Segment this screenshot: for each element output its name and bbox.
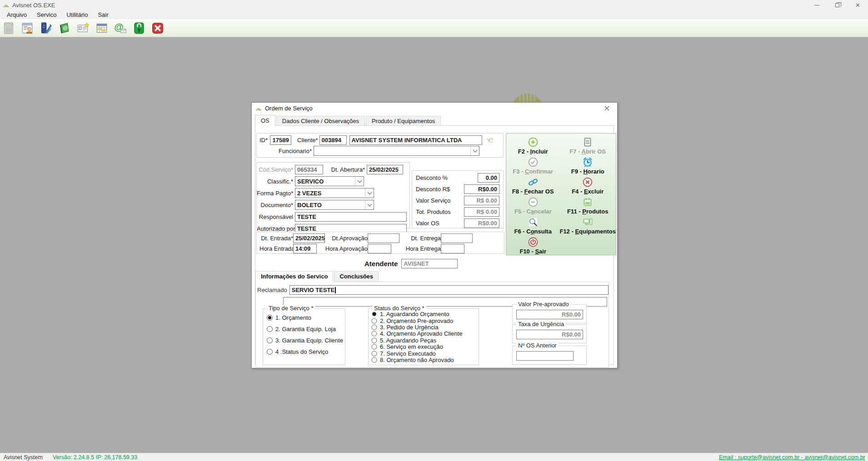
f4-excluir-button[interactable]: F4 - Excluir	[559, 175, 616, 195]
tab-page-os: ID* 17589 Cliente* 003894 AVISNET SYSTEM…	[255, 125, 614, 365]
documento-label: Documento*	[257, 202, 293, 208]
hora-entrada-field[interactable]: 14:09	[293, 244, 317, 253]
funcionario-combobox[interactable]	[314, 146, 479, 156]
os-anterior-group: Nº OS Anterior	[512, 346, 587, 365]
dt-abertura-field[interactable]: 25/02/2025	[367, 165, 403, 174]
spreadsheet-icon[interactable]	[94, 20, 110, 36]
dt-aprovacao-field[interactable]	[368, 233, 399, 243]
radio-tipo-orcamento[interactable]: 1. Orçamento	[267, 314, 345, 321]
header-fields-box: ID* 17589 Cliente* 003894 AVISNET SYSTEM…	[256, 133, 504, 158]
f8-fechar-os-button[interactable]: F8 - Fechar OS	[506, 175, 559, 195]
radio-label: 4. Orçamento Aprovado Cliente	[380, 330, 462, 337]
customer-form-icon[interactable]	[20, 20, 35, 36]
radio-label: 2. Orçamento Pre-aprovado	[380, 317, 453, 324]
tab-os[interactable]: OS	[255, 115, 275, 126]
radio-tipo-status-servico[interactable]: 4 .Status do Serviço	[267, 348, 345, 355]
computer-tools-icon[interactable]	[38, 20, 54, 36]
f12-equipamentos-button[interactable]: F12 - Equipamentos	[559, 215, 616, 235]
f11-produtos-button[interactable]: F11 - Produtos	[559, 195, 616, 215]
radio-icon	[372, 325, 377, 330]
hora-entrega-field[interactable]	[441, 244, 464, 253]
documento-combobox[interactable]: BOLETO	[295, 200, 374, 210]
radio-status-nao-aprovado[interactable]: 8. Orçamento não Aprovado	[371, 357, 479, 363]
tab-informacoes-servico[interactable]: Informações do Servico	[255, 271, 333, 282]
radio-status-aprovado-cliente[interactable]: 4. Orçamento Aprovado Cliente	[371, 331, 479, 337]
desconto-pct-label: Desconto %	[416, 174, 448, 181]
magnifier-icon	[527, 216, 539, 228]
menu-utilitario[interactable]: Utilitário	[61, 10, 93, 19]
desconto-pct-field[interactable]: 0.00	[478, 173, 499, 183]
hora-aprovacao-field[interactable]	[368, 244, 391, 253]
x-circle-icon	[582, 176, 594, 188]
radio-status-aguardando-pecas[interactable]: 5. Aguardando Peças	[371, 337, 479, 344]
forma-pagto-combobox[interactable]: 2 VEZES	[295, 188, 374, 198]
radio-status-aguardando-orcamento[interactable]: 1. Aguardando Orçamento	[371, 311, 479, 317]
reclamado-field[interactable]: SERVIO TESTE	[289, 285, 609, 295]
email-at-icon[interactable]: @	[113, 20, 128, 36]
dt-entrada-field[interactable]: 25/02/2025	[293, 233, 325, 243]
menu-arquivo[interactable]: Arquivo	[2, 10, 32, 19]
dt-entrada-label: Dt. Entrada*	[259, 235, 293, 242]
cliente-code-field[interactable]: 003894	[319, 135, 347, 145]
dt-aprovacao-label: Dt.Aprovação	[325, 235, 368, 242]
tab-dados-cliente[interactable]: Dados Cliente / Observações	[276, 116, 365, 126]
cliente-name-field[interactable]: AVISNET SYSTEM INFORMATICA LTDA	[349, 135, 482, 145]
valor-os-field: R$0.00	[464, 218, 499, 228]
radio-status-pedido-urgencia[interactable]: 3. Pedido de Urgência	[371, 324, 479, 331]
close-button[interactable]: ✕	[848, 0, 868, 10]
dialog-titlebar: Ordem de Serviço	[252, 103, 617, 114]
valor-preaprovado-label: Valor Pre-aprovado	[516, 301, 571, 307]
chevron-down-icon	[357, 178, 362, 183]
os-anterior-field[interactable]	[516, 351, 574, 361]
atendente-row: Atendente AVISNET	[255, 258, 458, 268]
f7-abrir-os-button[interactable]: F7 - Abrir OS	[559, 135, 616, 155]
tab-produto-equipamentos[interactable]: Produto / Equipamentos	[366, 116, 441, 126]
funcionario-dropdown-button[interactable]	[470, 146, 479, 155]
classific-combobox[interactable]: SERVICO	[295, 176, 364, 186]
responsavel-field[interactable]: TESTE	[295, 212, 407, 222]
id-field[interactable]: 17589	[270, 135, 291, 145]
desconto-rs-field[interactable]: R$0.00	[464, 184, 499, 194]
f5-cancelar-button[interactable]: F5 - Cancelar	[506, 195, 559, 215]
restore-button[interactable]	[827, 0, 848, 10]
chevron-down-icon	[473, 148, 477, 152]
menu-servico[interactable]: Servico	[32, 10, 61, 19]
statusbar-app-name: Avisnet System	[4, 454, 43, 461]
f6-consulta-button[interactable]: F6 - Consulta	[506, 215, 559, 235]
calculator-icon[interactable]	[1, 20, 16, 36]
id-card-icon[interactable]	[75, 20, 91, 36]
dt-entrega-field[interactable]	[441, 233, 473, 243]
exit-icon[interactable]	[150, 20, 165, 36]
f2-incluir-button[interactable]: F2 - Incluir	[506, 135, 559, 155]
radio-tipo-garantia-loja[interactable]: 2. Garantia Equip. Loja	[267, 326, 345, 332]
lock-icon[interactable]	[131, 20, 147, 36]
chevron-down-icon	[367, 190, 372, 194]
documento-dropdown-button[interactable]	[365, 200, 374, 209]
radio-tipo-garantia-cliente[interactable]: 3. Garantia Equip. Cliente	[267, 337, 345, 344]
tab-conclusoes[interactable]: Conclusões	[334, 271, 379, 282]
f3-confirmar-button[interactable]: F3 - Confirmar	[506, 155, 559, 175]
statusbar-email-link[interactable]: Email : suporte@avisnet.com.br - avisnet…	[719, 454, 865, 461]
valor-servico-label: Valor Serviço	[416, 197, 450, 204]
hora-aprovacao-label: Hora Aprovação	[317, 245, 368, 252]
statusbar-version: Versão: 2.24.8.5 IP: 26.178.59.33	[53, 454, 137, 461]
f9-horario-button[interactable]: F9 - Horario	[559, 155, 616, 175]
atendente-field: AVISNET	[401, 259, 458, 268]
hand-pointer-icon[interactable]: ☜	[486, 136, 494, 144]
f10-sair-button[interactable]: F10 - Sair	[506, 235, 559, 255]
menu-sair[interactable]: Sair	[93, 10, 113, 19]
documento-value: BOLETO	[295, 202, 365, 208]
radio-status-pre-aprovado[interactable]: 2. Orçamento Pre-aprovado	[371, 317, 479, 324]
classific-dropdown-button[interactable]	[355, 177, 364, 186]
radio-status-em-execucao[interactable]: 6. Serviço em execução	[371, 344, 479, 350]
dialog-close-button[interactable]	[600, 104, 614, 113]
service-details-group: Cód.Serviço* 065334 Dt. Abertura* 25/02/…	[256, 162, 410, 228]
taxa-urgencia-field: R$0.00	[516, 330, 583, 339]
contacts-book-icon[interactable]: @	[57, 20, 72, 36]
power-icon	[527, 236, 539, 248]
forma-pagto-label: Forma Pagto*	[257, 190, 293, 197]
forma-pagto-dropdown-button[interactable]	[365, 188, 374, 198]
minimize-button[interactable]	[807, 0, 827, 10]
reclamado-value: SERVIO TESTE	[292, 287, 334, 293]
radio-status-executado[interactable]: 7. Serviço Executado	[371, 350, 479, 357]
